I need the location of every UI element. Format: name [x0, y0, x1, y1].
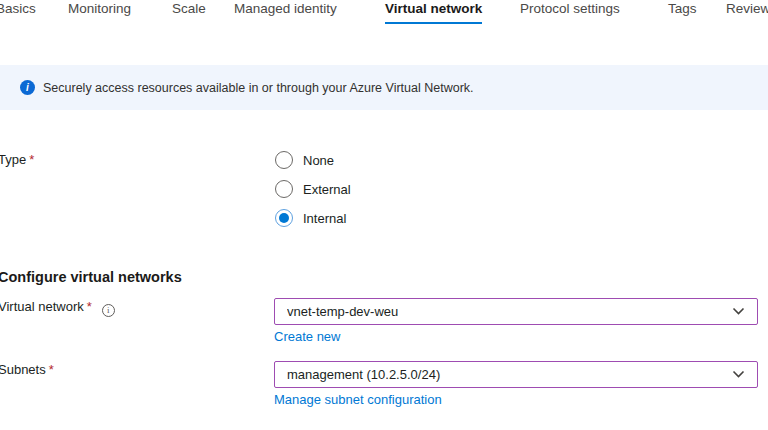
- required-asterisk: *: [87, 299, 92, 314]
- virtual-network-field-label: Virtual network*i: [0, 299, 115, 317]
- radio-button-icon: [275, 209, 293, 227]
- radio-group-type: None External Internal: [275, 151, 351, 227]
- radio-option-external[interactable]: External: [275, 180, 351, 198]
- info-icon: i: [20, 80, 35, 95]
- tab-bar: Basics Monitoring Scale Managed identity…: [0, 0, 768, 26]
- section-heading-configure-virtual-networks: Configure virtual networks: [0, 269, 182, 285]
- type-label-text: Type: [0, 152, 26, 167]
- tab-virtual-network[interactable]: Virtual network: [385, 1, 482, 24]
- virtual-network-select[interactable]: vnet-temp-dev-weu: [274, 298, 758, 325]
- radio-button-icon: [275, 151, 293, 169]
- manage-subnet-configuration-link[interactable]: Manage subnet configuration: [274, 392, 442, 407]
- chevron-down-icon: [732, 370, 745, 379]
- tab-managed-identity[interactable]: Managed identity: [234, 1, 337, 22]
- tab-basics[interactable]: Basics: [0, 1, 36, 22]
- radio-option-none[interactable]: None: [275, 151, 351, 169]
- chevron-down-icon: [732, 307, 745, 316]
- type-field-label: Type*: [0, 152, 34, 167]
- subnets-field-label: Subnets*: [0, 362, 54, 377]
- tab-review[interactable]: Review: [726, 1, 768, 22]
- virtual-network-label-text: Virtual network: [0, 299, 84, 314]
- tab-monitoring[interactable]: Monitoring: [68, 1, 131, 22]
- subnets-label-text: Subnets: [0, 362, 46, 377]
- radio-button-icon: [275, 180, 293, 198]
- radio-option-label: Internal: [303, 211, 346, 226]
- tab-scale[interactable]: Scale: [172, 1, 206, 22]
- subnets-select[interactable]: management (10.2.5.0/24): [274, 361, 758, 388]
- radio-option-internal[interactable]: Internal: [275, 209, 351, 227]
- subnets-select-value: management (10.2.5.0/24): [287, 367, 732, 382]
- radio-option-label: None: [303, 153, 334, 168]
- required-asterisk: *: [29, 152, 34, 167]
- info-banner-text: Securely access resources available in o…: [43, 81, 474, 95]
- virtual-network-settings-page: Basics Monitoring Scale Managed identity…: [0, 0, 768, 430]
- virtual-network-select-value: vnet-temp-dev-weu: [287, 304, 732, 319]
- info-banner: i Securely access resources available in…: [0, 65, 768, 110]
- tab-protocol-settings[interactable]: Protocol settings: [520, 1, 620, 22]
- tab-tags[interactable]: Tags: [668, 1, 697, 22]
- info-tooltip-icon[interactable]: i: [102, 304, 115, 317]
- radio-option-label: External: [303, 182, 351, 197]
- required-asterisk: *: [49, 362, 54, 377]
- create-new-link[interactable]: Create new: [274, 329, 340, 344]
